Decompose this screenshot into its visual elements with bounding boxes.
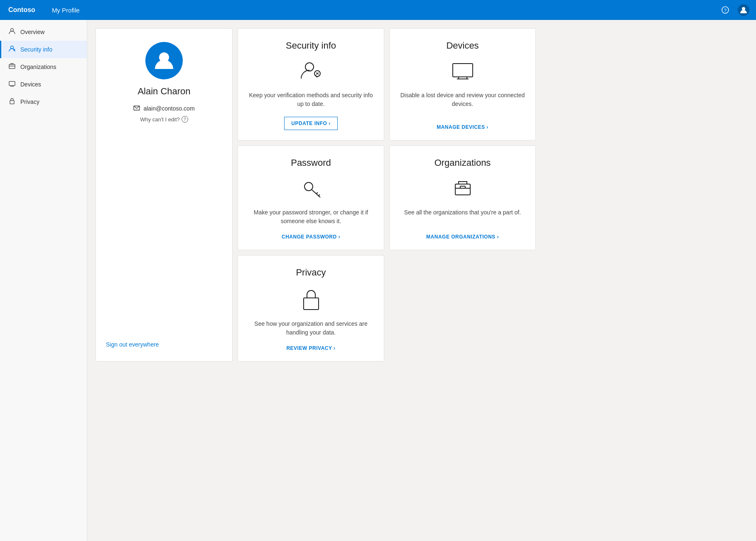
sidebar-label-devices: Devices <box>20 81 41 88</box>
security-info-title: Security info <box>286 40 336 51</box>
sidebar-item-privacy[interactable]: Privacy <box>0 93 87 111</box>
manage-devices-link[interactable]: MANAGE DEVICES › <box>437 124 488 130</box>
password-card-icon <box>299 177 323 202</box>
sidebar-item-security-info[interactable]: Security info <box>0 41 87 58</box>
cards-grid: Alain Charon alain@contoso.com Why can't… <box>96 28 536 361</box>
security-info-card: Security info Keep your verification met… <box>238 28 384 140</box>
user-avatar-header[interactable] <box>738 4 749 16</box>
privacy-card: Privacy See how your organization and se… <box>238 255 384 361</box>
devices-icon <box>8 80 16 89</box>
sidebar-label-overview: Overview <box>20 29 44 35</box>
devices-card: Devices Disable a lost device and review… <box>389 28 536 140</box>
organizations-title: Organizations <box>434 157 491 168</box>
devices-card-icon <box>450 59 475 84</box>
profile-card: Alain Charon alain@contoso.com Why can't… <box>96 28 233 361</box>
devices-desc: Disable a lost device and review your co… <box>400 91 525 108</box>
security-info-desc: Keep your verification methods and secur… <box>248 91 374 108</box>
main-content: Alain Charon alain@contoso.com Why can't… <box>87 20 756 541</box>
page-title: My Profile <box>52 7 80 14</box>
svg-rect-20 <box>304 298 319 310</box>
overview-icon <box>8 27 16 37</box>
svg-rect-19 <box>460 186 465 188</box>
edit-hint-text: Why can't I edit? <box>140 116 180 123</box>
privacy-title: Privacy <box>296 267 326 278</box>
sidebar: Overview Security info Organizations Dev… <box>0 20 87 541</box>
review-privacy-link[interactable]: REVIEW PRIVACY › <box>286 345 335 351</box>
profile-avatar <box>145 42 183 79</box>
svg-line-15 <box>316 192 318 194</box>
password-desc: Make your password stronger, or change i… <box>248 208 374 226</box>
svg-point-13 <box>304 182 313 191</box>
profile-name: Alain Charon <box>137 86 190 97</box>
header-actions: ? <box>719 4 749 16</box>
svg-point-2 <box>742 7 745 10</box>
svg-rect-6 <box>9 81 15 86</box>
app-body: Overview Security info Organizations Dev… <box>0 20 756 541</box>
devices-title: Devices <box>446 40 479 51</box>
privacy-card-icon <box>300 286 322 313</box>
svg-text:?: ? <box>724 8 727 13</box>
change-password-link[interactable]: CHANGE PASSWORD › <box>282 234 340 240</box>
security-info-icon <box>8 45 16 54</box>
organizations-desc: See all the organizations that you're a … <box>404 208 521 217</box>
profile-email: alain@contoso.com <box>143 105 194 112</box>
privacy-icon <box>8 97 16 106</box>
sign-out-link[interactable]: Sign out everywhere <box>106 341 159 348</box>
profile-edit-hint: Why can't I edit? ? <box>140 116 188 123</box>
brand-name: Contoso <box>8 6 35 14</box>
edit-hint-help-icon[interactable]: ? <box>182 116 188 123</box>
svg-rect-12 <box>453 64 473 77</box>
sidebar-label-security-info: Security info <box>20 46 52 53</box>
sidebar-item-organizations[interactable]: Organizations <box>0 58 87 76</box>
profile-email-row: alain@contoso.com <box>133 105 194 112</box>
organizations-card: Organizations See all the organizations … <box>389 145 536 250</box>
mail-icon <box>133 105 140 112</box>
privacy-desc: See how your organization and services a… <box>248 320 374 337</box>
svg-rect-5 <box>9 64 15 69</box>
help-icon[interactable]: ? <box>719 4 731 16</box>
password-title: Password <box>291 157 331 168</box>
sidebar-item-devices[interactable]: Devices <box>0 76 87 93</box>
svg-rect-17 <box>455 184 470 195</box>
sidebar-label-organizations: Organizations <box>20 64 56 70</box>
organizations-icon <box>8 62 16 71</box>
security-info-card-icon <box>299 59 323 84</box>
organizations-card-icon <box>451 177 474 202</box>
sidebar-label-privacy: Privacy <box>20 98 39 105</box>
avatar-person-icon <box>153 50 175 71</box>
svg-rect-7 <box>10 101 14 104</box>
sidebar-item-overview[interactable]: Overview <box>0 23 87 41</box>
app-header: Contoso My Profile ? <box>0 0 756 20</box>
password-card: Password Make your password stronger, or… <box>238 145 384 250</box>
manage-organizations-link[interactable]: MANAGE ORGANIZATIONS › <box>426 234 499 240</box>
svg-line-16 <box>318 194 320 196</box>
update-info-link[interactable]: UPDATE INFO › <box>284 117 337 130</box>
